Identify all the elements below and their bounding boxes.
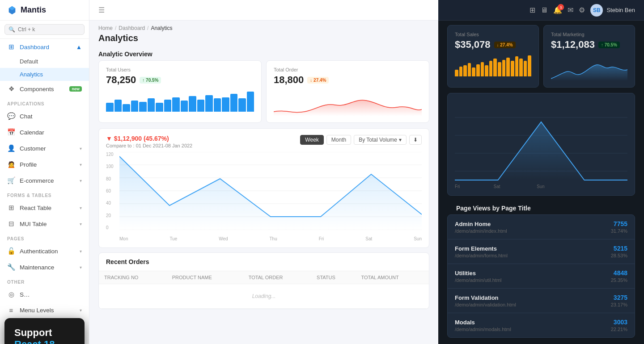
sidebar-sample-label: S… bbox=[20, 291, 82, 298]
bar bbox=[214, 98, 221, 112]
income-controls: Week Month By Total Volume ▾ ⬇ bbox=[300, 135, 422, 145]
pv-count-1: 7755 bbox=[611, 220, 627, 227]
btn-week[interactable]: Week bbox=[300, 135, 323, 145]
breadcrumb-sep2: / bbox=[147, 25, 148, 31]
total-sales-badge: ↓ 27.4% bbox=[494, 42, 516, 48]
search-input[interactable] bbox=[18, 26, 80, 33]
chevron-down-icon6: ▾ bbox=[80, 249, 82, 254]
analytic-cards-row: Total Users 78,250 ↑ 70.5% bbox=[89, 60, 438, 128]
total-order-card: Total Order 18,800 ↓ 27.4% bbox=[266, 60, 429, 123]
total-order-value: 18,800 ↓ 27.4% bbox=[274, 74, 422, 86]
svg-text:Sun: Sun bbox=[537, 184, 544, 189]
sidebar-item-mui-table[interactable]: ⊟ MUI Table ▾ bbox=[0, 216, 89, 232]
sidebar-item-components[interactable]: ❖ Components new bbox=[0, 81, 89, 97]
page-views-card: Admin Home /demo/admin/index.html 7755 3… bbox=[447, 214, 635, 338]
breadcrumb-dashboard[interactable]: Dashboard bbox=[119, 25, 145, 31]
sidebar-item-calendar[interactable]: 📅 Calendar bbox=[0, 124, 89, 140]
breadcrumb-home[interactable]: Home bbox=[98, 25, 113, 31]
sidebar-mui-table-label: MUI Table bbox=[20, 221, 75, 227]
bar bbox=[123, 104, 130, 112]
mail-icon[interactable]: ✉ bbox=[568, 6, 573, 14]
pv-page-5: Modals bbox=[455, 319, 511, 326]
pv-row-modals: Modals /demo/admin/modals.html 3003 22.2… bbox=[448, 313, 635, 337]
pv-pct-3: 25.35% bbox=[611, 277, 627, 283]
mantis-logo-icon bbox=[7, 5, 17, 15]
bar bbox=[106, 103, 114, 112]
svg-text:Fri: Fri bbox=[455, 184, 460, 189]
dark-income-card: Fri Sat Sun bbox=[447, 93, 635, 196]
total-sales-label: Total Sales bbox=[455, 32, 531, 37]
sidebar-item-customer[interactable]: 👤 Customer ▾ bbox=[0, 140, 89, 156]
btn-download[interactable]: ⬇ bbox=[409, 135, 422, 145]
y-axis-labels: 120 100 80 60 40 20 0 bbox=[106, 152, 114, 230]
sidebar-menu-levels-label: Menu Levels bbox=[20, 307, 75, 314]
sidebar-item-authentication[interactable]: 🔓 Authentication ▾ bbox=[0, 243, 89, 259]
gear-icon[interactable]: ⚙ bbox=[579, 6, 585, 14]
chevron-down-icon4: ▾ bbox=[80, 206, 82, 210]
bar bbox=[222, 97, 229, 112]
section-forms: Forms & Tables bbox=[0, 189, 89, 200]
monitor-icon[interactable]: 🖥 bbox=[541, 6, 548, 14]
bar bbox=[139, 102, 147, 112]
new-badge: new bbox=[69, 86, 82, 92]
topbar-light: ☰ bbox=[89, 0, 438, 21]
sidebar-child-default[interactable]: Default bbox=[0, 55, 89, 68]
section-pages: Pages bbox=[0, 232, 89, 243]
chevron-down-icon: ▾ bbox=[80, 146, 82, 151]
search-bar[interactable]: 🔍 bbox=[4, 24, 85, 35]
income-line-chart: 120 100 80 60 40 20 0 bbox=[106, 152, 422, 241]
pv-row-form-elements: Form Elements /demo/admin/forms.html 521… bbox=[448, 239, 635, 264]
section-applications: Applications bbox=[0, 97, 89, 108]
sidebar-item-maintenance[interactable]: 🔧 Maintenance ▾ bbox=[0, 259, 89, 275]
pv-page-3: Utilities bbox=[455, 270, 502, 277]
chevron-down-icon8: ▾ bbox=[80, 308, 82, 313]
chat-icon: 💬 bbox=[7, 112, 15, 120]
btn-volume[interactable]: By Total Volume ▾ bbox=[354, 135, 407, 145]
total-users-chart bbox=[106, 89, 254, 112]
app-name: Mantis bbox=[21, 5, 46, 15]
support-popup[interactable]: Support React 18 bbox=[4, 318, 85, 344]
btn-month[interactable]: Month bbox=[326, 135, 351, 145]
support-subtitle: React 18 bbox=[14, 339, 75, 344]
total-users-badge: ↑ 70.5% bbox=[140, 77, 161, 84]
pv-url-1: /demo/admin/index.html bbox=[455, 228, 507, 234]
chevron-down-icon2: ▾ bbox=[80, 162, 82, 167]
sidebar-item-profile[interactable]: 🙍 Profile ▾ bbox=[0, 156, 89, 172]
user-avatar-wrap[interactable]: SB Stebin Ben bbox=[590, 4, 635, 17]
total-order-badge: ↓ 27.4% bbox=[307, 77, 329, 84]
sidebar-child-analytics[interactable]: Analytics bbox=[0, 68, 89, 81]
total-users-card: Total Users 78,250 ↑ 70.5% bbox=[98, 60, 262, 123]
orders-section: Recent Orders TRACKING NO PRODUCT NAME T… bbox=[89, 252, 438, 314]
pv-pct-5: 22.21% bbox=[611, 327, 627, 332]
sidebar-item-dashboard[interactable]: ⊞ Dashboard ▲ bbox=[0, 39, 89, 55]
total-sales-value: $35,078 ↓ 27.4% bbox=[455, 39, 531, 50]
breadcrumb: Home / Dashboard / Analytics bbox=[89, 21, 438, 31]
breadcrumb-current: Analytics bbox=[151, 25, 172, 31]
pv-count-4: 3275 bbox=[611, 294, 627, 301]
breadcrumb-sep1: / bbox=[115, 25, 116, 31]
sidebar-item-ecommerce[interactable]: 🛒 E-commerce ▾ bbox=[0, 172, 89, 189]
sidebar-react-table-label: React Table bbox=[20, 205, 75, 211]
bell-icon-wrap[interactable]: 🔔 1 bbox=[553, 6, 562, 14]
sidebar: Mantis 🔍 ⊞ Dashboard ▲ Default Analytics… bbox=[0, 0, 89, 344]
bar bbox=[247, 92, 254, 112]
total-marketing-value: $1,12,083 ↑ 70.5% bbox=[551, 39, 627, 50]
sidebar-logo: Mantis bbox=[0, 0, 89, 21]
pv-count-5: 3003 bbox=[611, 319, 627, 326]
hamburger-icon[interactable]: ☰ bbox=[98, 6, 105, 14]
col-product: PRODUCT NAME bbox=[167, 271, 243, 284]
line-chart-area bbox=[119, 152, 422, 230]
bar bbox=[172, 97, 180, 112]
x-axis-labels: Mon Tue Wed Thu Fri Sat Sun bbox=[119, 236, 422, 241]
grid-icon[interactable]: ⊞ bbox=[530, 6, 535, 14]
sidebar-ecommerce-label: E-commerce bbox=[20, 177, 75, 184]
page-views-title: Page Views by Page Title bbox=[447, 200, 635, 214]
sidebar-item-react-table[interactable]: ⊞ React Table ▾ bbox=[0, 200, 89, 216]
sidebar-item-chat[interactable]: 💬 Chat bbox=[0, 108, 89, 124]
pv-page-2: Form Elements bbox=[455, 245, 508, 252]
bar bbox=[238, 98, 246, 112]
sidebar-components-label: Components bbox=[20, 86, 65, 92]
avatar: SB bbox=[590, 4, 603, 17]
sidebar-item-sample[interactable]: ◎ S… bbox=[0, 286, 89, 302]
sidebar-item-menu-levels[interactable]: ≡ Menu Levels ▾ bbox=[0, 302, 89, 318]
